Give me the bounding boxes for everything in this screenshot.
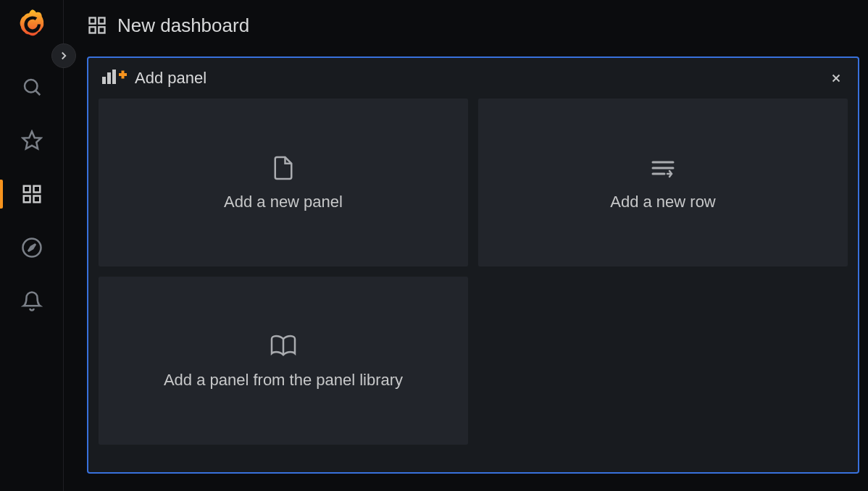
add-panel-card: Add panel — [87, 56, 859, 474]
grafana-icon — [15, 8, 49, 41]
svg-rect-13 — [102, 77, 106, 84]
svg-line-1 — [36, 91, 40, 95]
svg-rect-4 — [33, 186, 40, 193]
add-panel-library-option[interactable]: Add a panel from the panel library — [99, 277, 468, 445]
panel-header-title-group: Add panel — [101, 68, 206, 88]
svg-marker-8 — [28, 244, 36, 251]
svg-rect-3 — [23, 186, 30, 193]
content-area: Add panel — [64, 51, 868, 491]
panel-title: Add panel — [135, 69, 206, 88]
svg-rect-10 — [99, 18, 104, 24]
svg-rect-6 — [33, 196, 40, 203]
panel-header: Add panel — [88, 58, 858, 98]
svg-rect-17 — [122, 71, 125, 79]
option-label: Add a new panel — [224, 193, 343, 211]
add-new-panel-option[interactable]: Add a new panel — [99, 98, 468, 267]
page-header: New dashboard — [64, 0, 868, 51]
sidebar-item-dashboards[interactable] — [16, 178, 48, 210]
rows-icon — [648, 154, 677, 182]
sidebar-item-explore[interactable] — [16, 232, 48, 264]
sidebar — [0, 0, 64, 491]
svg-rect-5 — [23, 196, 30, 203]
star-icon — [21, 130, 43, 151]
option-label: Add a panel from the panel library — [164, 371, 403, 390]
svg-rect-9 — [90, 18, 96, 24]
close-icon — [830, 72, 843, 85]
book-icon — [269, 332, 298, 361]
sidebar-item-alerts[interactable] — [16, 285, 48, 317]
sidebar-item-search[interactable] — [16, 71, 48, 103]
sidebar-item-favorites[interactable] — [16, 125, 48, 156]
svg-rect-15 — [112, 70, 116, 84]
option-label: Add a new row — [610, 193, 716, 211]
bell-icon — [21, 290, 43, 312]
expand-sidebar-button[interactable] — [51, 43, 76, 68]
svg-rect-14 — [107, 72, 111, 84]
panel-options-grid: Add a new panel Add a new row — [88, 98, 858, 455]
svg-rect-12 — [99, 27, 104, 33]
dashboard-icon — [87, 15, 107, 35]
svg-rect-11 — [90, 27, 96, 33]
chevron-right-icon — [57, 49, 70, 62]
file-icon — [269, 154, 298, 182]
grid-icon — [21, 183, 43, 205]
search-icon — [21, 76, 43, 98]
svg-marker-2 — [22, 132, 41, 149]
add-new-row-option[interactable]: Add a new row — [478, 98, 848, 267]
svg-point-0 — [25, 80, 38, 93]
main-content: New dashboard Add panel — [64, 0, 868, 491]
compass-icon — [21, 237, 43, 259]
close-button[interactable] — [827, 70, 845, 87]
grafana-logo[interactable] — [14, 7, 49, 42]
page-title: New dashboard — [117, 14, 249, 37]
bar-chart-plus-icon — [101, 68, 128, 88]
